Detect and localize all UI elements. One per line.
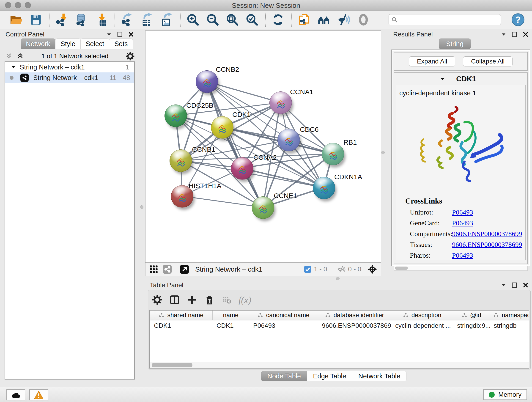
tree-expander-icon[interactable]: [11, 65, 16, 69]
results-hscrollbar[interactable]: [394, 266, 528, 271]
help-button[interactable]: ?: [511, 13, 525, 26]
right-splitter-grip[interactable]: [381, 151, 385, 154]
delete-icon[interactable]: [204, 294, 215, 305]
close-panel-icon[interactable]: [523, 32, 528, 37]
string-style-button[interactable]: [162, 264, 172, 274]
first-neighbors-button[interactable]: [316, 12, 332, 27]
tab-edge-table[interactable]: Edge Table: [307, 371, 352, 381]
table-row[interactable]: CDK1 CDK1 P06493 9606.ENSP00000378699 cy…: [150, 320, 529, 331]
cell-description[interactable]: cyclin-dependent ...: [391, 320, 453, 331]
float-panel-icon[interactable]: [501, 33, 506, 36]
float-panel-icon[interactable]: [107, 33, 111, 36]
bottom-splitter-grip[interactable]: [336, 277, 340, 280]
network-node-ccna1[interactable]: [269, 91, 292, 114]
gear-icon[interactable]: [152, 294, 162, 305]
maximize-panel-icon[interactable]: [512, 282, 517, 288]
tissues-link[interactable]: 9606.ENSP00000378699: [452, 241, 522, 249]
tab-network-table[interactable]: Network Table: [352, 371, 406, 381]
tab-node-table[interactable]: Node Table: [261, 371, 307, 381]
warning-button[interactable]: [29, 389, 48, 400]
import-table-button[interactable]: [93, 12, 109, 27]
network-node-ccnb1[interactable]: [170, 149, 192, 172]
maximize-panel-icon[interactable]: [512, 32, 517, 37]
cloud-button[interactable]: [6, 389, 25, 400]
network-node-cdc25b[interactable]: [165, 104, 187, 127]
clone-network-button[interactable]: [296, 12, 312, 27]
clear-table-icon[interactable]: [222, 295, 232, 305]
col-id[interactable]: @id: [453, 311, 490, 320]
float-panel-icon[interactable]: [501, 283, 506, 287]
cell-id[interactable]: stringdb:9...: [453, 320, 490, 331]
col-shared-name[interactable]: shared name: [150, 311, 212, 320]
left-splitter-grip[interactable]: [140, 205, 143, 209]
cell-canonical-name[interactable]: P06493: [249, 320, 318, 331]
pharos-link[interactable]: P06493: [452, 251, 473, 259]
zoom-out-button[interactable]: [204, 12, 221, 27]
function-icon[interactable]: f(x): [239, 294, 251, 305]
zoom-in-button[interactable]: [185, 12, 201, 27]
open-session-icon: [9, 13, 23, 26]
close-panel-icon[interactable]: [523, 282, 528, 288]
pan-mode-button[interactable]: [367, 264, 377, 274]
network-node-ccnb2[interactable]: [196, 70, 218, 93]
network-node-cdk1[interactable]: [211, 116, 234, 139]
network-node-cdkn1a[interactable]: [313, 177, 335, 199]
cell-database-identifier[interactable]: 9606.ENSP00000378699: [318, 320, 391, 331]
open-session-button[interactable]: [8, 12, 24, 27]
network-collection-row[interactable]: String Network – cdk1 1: [5, 62, 134, 72]
table-hscrollbar[interactable]: [150, 362, 529, 368]
tab-select[interactable]: Select: [80, 38, 109, 49]
import-database-button[interactable]: [73, 12, 90, 27]
tab-string[interactable]: String: [439, 38, 471, 49]
network-node-cdc6[interactable]: [278, 129, 300, 151]
tab-sets[interactable]: Sets: [109, 38, 133, 49]
node-table[interactable]: shared name name canonical name database…: [149, 310, 529, 369]
network-options-gear-icon[interactable]: [126, 51, 135, 61]
compartments-link[interactable]: 9606.ENSP00000378699: [452, 230, 522, 238]
network-canvas[interactable]: CCNB2CCNA1CDC25BCDK1CDC6RB1CCNB1CCNA2CDK…: [145, 31, 381, 263]
col-name[interactable]: name: [212, 311, 249, 320]
maximize-panel-icon[interactable]: [117, 32, 122, 37]
tab-network[interactable]: Network: [21, 38, 56, 49]
network-node-ccne1[interactable]: [252, 196, 274, 219]
search-input[interactable]: [389, 14, 501, 25]
export-network-button[interactable]: [119, 12, 136, 27]
cell-namespace[interactable]: stringdb: [490, 320, 529, 331]
import-table-icon: [95, 13, 108, 26]
section-expander-icon[interactable]: [440, 77, 445, 81]
network-node-rb1[interactable]: [322, 143, 344, 165]
scrollbar-thumb[interactable]: [152, 363, 192, 367]
show-all-button[interactable]: [355, 12, 372, 27]
expand-all-icon[interactable]: [16, 52, 24, 60]
collapse-all-button[interactable]: Collapse All: [463, 56, 513, 66]
expand-all-button[interactable]: Expand All: [409, 56, 455, 66]
export-image-button[interactable]: [158, 12, 175, 27]
export-table-button[interactable]: [139, 12, 155, 27]
cell-name[interactable]: CDK1: [212, 320, 249, 331]
col-database-identifier[interactable]: database identifier: [318, 311, 391, 320]
genecard-link[interactable]: P06493: [452, 219, 473, 227]
protein-section-header[interactable]: CDK1: [394, 73, 527, 85]
cell-shared-name[interactable]: CDK1: [150, 320, 212, 331]
col-description[interactable]: description: [391, 311, 453, 320]
import-network-button[interactable]: [54, 12, 70, 27]
close-panel-icon[interactable]: [128, 32, 134, 37]
memory-button[interactable]: Memory: [483, 389, 527, 400]
columns-icon[interactable]: [169, 294, 180, 305]
col-canonical-name[interactable]: canonical name: [249, 311, 318, 320]
selected-checkbox[interactable]: [304, 265, 312, 273]
zoom-selected-button[interactable]: [244, 12, 260, 27]
save-session-button[interactable]: [27, 12, 44, 27]
network-node-ccna2[interactable]: [231, 157, 253, 180]
collapse-all-icon[interactable]: [5, 52, 13, 60]
open-in-window-button[interactable]: [180, 264, 189, 274]
tab-style[interactable]: Style: [55, 38, 80, 49]
zoom-fit-button[interactable]: [224, 12, 241, 27]
refresh-button[interactable]: [270, 12, 286, 27]
col-namespace[interactable]: namespace: [490, 311, 529, 320]
add-column-icon[interactable]: [187, 294, 197, 305]
network-row[interactable]: String Network – cdk1 11 48: [5, 72, 134, 83]
birdseye-toggle-button[interactable]: [149, 265, 158, 274]
uniprot-link[interactable]: P06493: [452, 208, 473, 216]
hide-selection-button[interactable]: [336, 12, 352, 27]
